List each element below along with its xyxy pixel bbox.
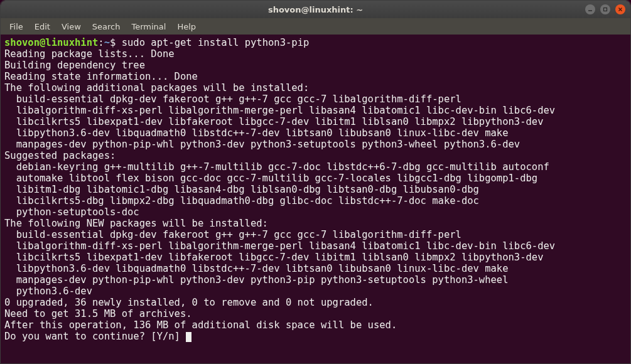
output-line: automake libtool flex bison gcc-doc gcc-… [4,173,537,184]
menu-search[interactable]: Search [87,20,126,33]
output-line: libitm1-dbg libatomic1-dbg libasan4-dbg … [4,184,479,195]
window-controls [585,4,625,14]
maximize-icon [603,7,608,12]
menubar: File Edit View Search Terminal Help [1,18,630,35]
output-line: libpython3.6-dev libquadmath0 libstdc++-… [4,263,509,274]
output-line: The following NEW packages will be insta… [4,218,268,229]
output-line: Need to get 31.5 MB of archives. [4,308,192,319]
output-line: libpython3.6-dev libquadmath0 libstdc++-… [4,127,509,139]
prompt-user-host: shovon@linuxhint [4,37,98,48]
output-line: python-setuptools-doc [4,206,139,218]
titlebar: shovon@linuxhint: ~ [1,1,630,18]
output-line: libcilkrts5 libexpat1-dev libfakeroot li… [4,252,544,263]
menu-edit[interactable]: Edit [30,20,55,33]
output-line: manpages-dev python-pip-whl python3-dev … [4,139,520,150]
prompt-separator: : [98,37,104,48]
close-icon [618,7,623,12]
output-line: After this operation, 136 MB of addition… [4,319,397,331]
minimize-icon [588,7,593,12]
output-line: python3.6-dev [4,286,92,297]
output-line: Do you want to continue? [Y/n] [4,331,186,342]
svg-rect-1 [604,8,607,11]
output-line: build-essential dpkg-dev fakeroot g++ g+… [4,229,461,240]
menu-terminal[interactable]: Terminal [126,20,171,33]
output-line: Building dependency tree [4,60,145,71]
close-button[interactable] [615,4,625,14]
output-line: Reading package lists... Done [4,48,175,60]
prompt-path: ~ [104,37,110,48]
output-line: The following additional packages will b… [4,82,309,94]
output-line: libcilkrts5 libexpat1-dev libfakeroot li… [4,116,544,127]
output-line: build-essential dpkg-dev fakeroot g++ g+… [4,94,461,105]
menu-file[interactable]: File [4,20,28,33]
output-line: Reading state information... Done [4,71,198,82]
output-line: 0 upgraded, 36 newly installed, 0 to rem… [4,297,374,308]
terminal-body[interactable]: shovon@linuxhint:~$ sudo apt-get install… [1,35,630,363]
window-title: shovon@linuxhint: ~ [268,5,363,14]
output-line: debian-keyring g++-multilib g++-7-multil… [4,161,549,173]
output-line: Suggested packages: [4,150,116,161]
output-line: libalgorithm-diff-xs-perl libalgorithm-m… [4,105,555,116]
prompt-symbol: $ [110,37,116,48]
maximize-button[interactable] [600,4,610,14]
output-line: manpages-dev python-pip-whl python3-dev … [4,274,509,286]
minimize-button[interactable] [585,4,595,14]
output-line: libalgorithm-diff-xs-perl libalgorithm-m… [4,240,555,252]
cursor [186,332,191,342]
menu-help[interactable]: Help [172,20,201,33]
output-line: libcilkrts5-dbg libmpx2-dbg libquadmath0… [4,195,479,206]
menu-view[interactable]: View [57,20,86,33]
terminal-window: shovon@linuxhint: ~ File Edit View Searc… [0,0,631,364]
command-text: sudo apt-get install python3-pip [122,37,310,48]
